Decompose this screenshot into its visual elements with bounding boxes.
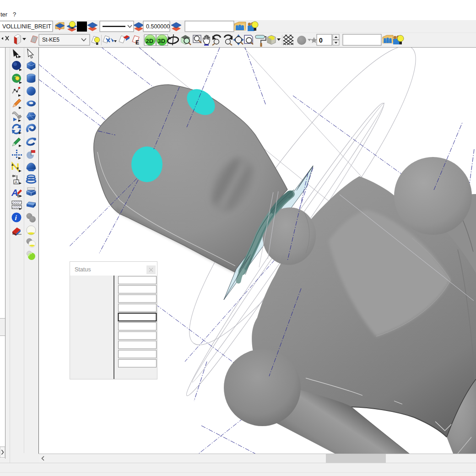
svg-text:ter: ter	[0, 11, 8, 18]
svg-text:E: E	[135, 39, 139, 46]
svg-text:2D: 2D	[146, 38, 154, 44]
svg-text:3D: 3D	[158, 38, 166, 44]
svg-text:A: A	[15, 180, 17, 184]
svg-text:VOLLLINIE_BREIT: VOLLLINIE_BREIT	[2, 23, 51, 30]
svg-text:St-KE5: St-KE5	[42, 37, 60, 43]
svg-text:0: 0	[319, 37, 323, 44]
svg-text:Status: Status	[75, 266, 91, 273]
svg-text:?: ?	[13, 11, 16, 18]
svg-text:0.500000: 0.500000	[146, 23, 170, 30]
